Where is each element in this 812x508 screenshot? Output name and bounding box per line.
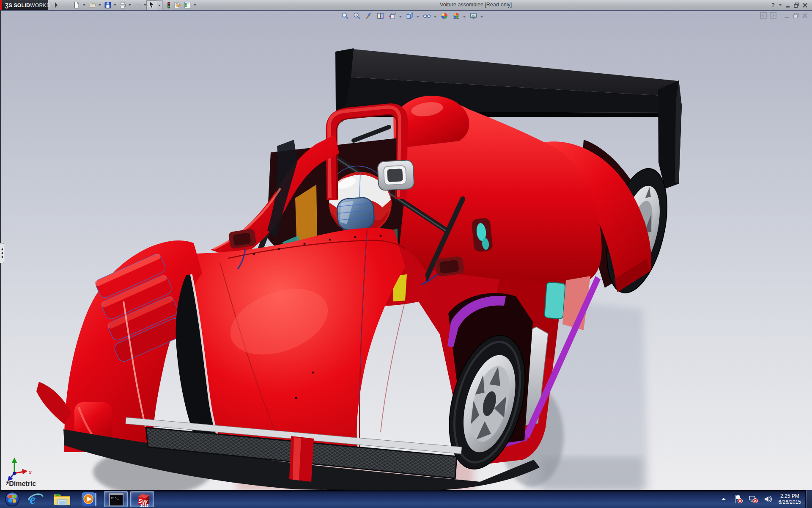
volume-icon[interactable] [763,494,773,504]
visualization-settings-icon[interactable] [165,1,173,9]
open-document-dropdown[interactable] [99,4,101,6]
previous-view-icon[interactable] [365,12,373,20]
show-desktop-button[interactable] [805,490,812,508]
svg-text:x: x [28,469,32,475]
hide-show-items-icon[interactable] [423,12,431,20]
open-document-icon[interactable] [89,1,96,9]
edit-appearance-icon[interactable] [440,12,448,20]
viewport-top-border [0,10,812,11]
window-title: Voiture assomblee [Read-only] [440,2,512,8]
3d-viewport[interactable] [0,0,812,508]
hide-show-items-dropdown[interactable] [434,16,436,18]
apply-scene-dropdown[interactable] [463,16,466,18]
view-settings-icon[interactable] [469,12,477,20]
pane-right-button[interactable] [770,12,776,19]
network-icon[interactable] [748,494,758,504]
solidworks-window: ƷSSOLIDWORKS [0,0,812,508]
svg-text:2015: 2015 [140,503,148,507]
side-lamp [471,218,493,252]
design-checker-dropdown[interactable] [194,4,196,6]
taskbar: e C:\_ S W 2015 [0,490,812,508]
headsup-toolbar [341,11,487,20]
title-bar: ƷSSOLIDWORKS [0,0,812,10]
toolbar-flyout-arrow[interactable] [55,2,58,8]
logo-red-stripe [0,0,2,10]
pane-left-button[interactable] [760,12,767,19]
command-prompt-button[interactable]: C:\_ [104,491,128,507]
action-center-icon[interactable] [734,494,743,504]
close-button[interactable] [802,3,808,8]
view-orientation-icon[interactable] [388,12,396,20]
svg-text:e: e [30,491,36,507]
restore-button[interactable] [794,3,799,8]
save-dropdown[interactable] [114,4,116,6]
start-button[interactable] [4,491,20,507]
solidworks-logo[interactable]: ƷSSOLIDWORKS [0,0,48,10]
apply-scene-icon[interactable] [452,12,460,20]
new-document-dropdown[interactable] [83,4,85,6]
view-settings-dropdown[interactable] [480,16,483,18]
design-checker-icon[interactable] [184,1,191,9]
view-orientation-label: *Dimetric [6,480,36,488]
print-icon[interactable] [119,1,126,9]
feature-panel-tab[interactable] [0,243,4,263]
minimize-button[interactable] [785,3,791,8]
solidworks-taskbar-button[interactable]: S W 2015 [130,491,154,507]
save-icon[interactable] [104,1,112,9]
windows-explorer-icon[interactable] [52,491,72,507]
tray-clock[interactable]: 2:25 PM 6/26/2015 [779,493,801,505]
file-properties-icon[interactable] [173,1,181,9]
zoom-to-area-icon[interactable] [353,12,361,20]
display-style-icon[interactable] [406,12,414,20]
cmd-text: C:\_ [111,496,119,500]
zoom-to-fit-icon[interactable] [341,12,349,20]
document-window-controls [760,12,808,19]
display-style-dropdown[interactable] [417,16,419,18]
internet-explorer-icon[interactable]: e [27,491,44,507]
intake-scoop [377,160,414,190]
brand-text: ƷSSOLIDWORKS [5,2,50,8]
select-cursor-icon [150,2,154,8]
tray-expand-icon[interactable] [719,495,728,503]
help-dropdown[interactable] [779,4,782,6]
windows-media-player-icon[interactable] [80,491,98,507]
section-view-icon[interactable] [376,12,384,20]
doc-restore-button[interactable] [793,13,799,19]
help-button[interactable]: ? [771,2,775,8]
select-tool-button[interactable] [146,0,157,10]
print-dropdown[interactable] [129,4,131,6]
doc-close-button[interactable] [802,13,808,19]
new-document-icon[interactable] [73,1,80,9]
select-tool-dropdown[interactable] [157,0,163,10]
view-orientation-dropdown[interactable] [399,16,402,18]
doc-minimize-button[interactable] [784,13,790,19]
undo-icon[interactable] [134,1,141,9]
